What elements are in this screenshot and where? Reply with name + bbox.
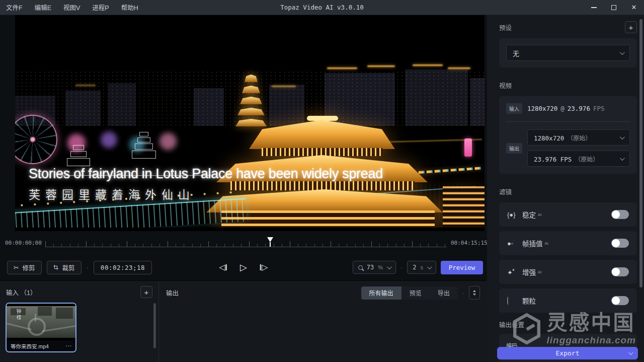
output-fps: 23.976 FPS [534,156,572,163]
video-preview[interactable]: Stories of fairyland in Lotus Palace hav… [15,15,485,231]
clip-more-button[interactable]: ⋯ [65,342,71,349]
timeline-ruler[interactable] [45,239,447,247]
input-badge: 输入 [506,103,522,114]
roofline-light [272,86,296,87]
main-area: Stories of fairyland in Lotus Palace hav… [0,15,487,362]
input-scrollbar[interactable] [153,303,156,348]
menu-edit[interactable]: 编辑E [35,3,51,12]
output-fps-suffix: （原始） [575,155,599,163]
menu-help[interactable]: 帮助H [121,3,138,12]
transport-controls: ◁ ▷ ▷ [219,263,268,272]
filter-name: 增强 [522,267,536,277]
playhead[interactable] [267,237,273,242]
letterbox-top [15,15,485,22]
stabilize-icon: {●} [507,211,522,219]
timecode-field[interactable]: 00:02:23;18 [94,261,152,274]
bottom-panels: 输入 （1） + 钟楼 [0,280,487,362]
trim-button[interactable]: ✂ 修剪 [7,261,42,274]
lineart-tower [129,132,159,159]
video-card: 输入 1280x720 @ 23.976 FPS 输出 1280x720 [499,96,637,174]
filter-row-stabilize[interactable]: {●} 稳定 AI [499,202,637,227]
ruler-major-ticks [45,241,447,247]
step-forward-icon: ▷ [262,263,268,271]
panel-size-stepper[interactable] [469,286,480,300]
sidebar-scrollbar[interactable] [639,19,642,287]
window-controls: ✕ [584,0,644,15]
settings-sidebar: 预设 + 无 视频 输入 1280x720 @ 23.976 FPS [487,15,644,362]
roundabout [28,318,46,336]
arrow-up-icon [473,290,476,292]
filter-row-grain[interactable]: 颗粒 [499,288,637,313]
toolbar-right-controls: 73 % · 2 s Preview [353,261,483,274]
letterbox-bottom [15,228,485,231]
roofline-light [413,64,443,66]
ai-tag: AI [545,241,549,246]
enhance-toggle[interactable] [611,267,629,276]
input-panel: 输入 （1） + 钟楼 [0,281,159,362]
roofline-light [75,85,96,86]
filter-name: 颗粒 [522,296,536,306]
lit-pavilion-right [443,186,485,228]
output-panel: 输出 所有输出 预览 导出 · [159,281,487,362]
close-icon: ✕ [631,4,637,11]
output-resolution-select[interactable]: 1280x720 （原始） [527,129,630,146]
scissors-icon: ✂ [14,264,19,271]
pink-boat [464,138,472,157]
output-tabs: 所有输出 预览 导出 [361,286,458,300]
input-fps: 23.976 [568,105,590,112]
ai-tag: AI [538,212,542,217]
ai-tag: AI [538,270,542,274]
tab-exports[interactable]: 导出 [430,286,458,300]
clip-name-bar: 等你来西安.mp4 ⋯ [7,340,75,351]
output-fps-select[interactable]: 23.976 FPS （原始） [527,151,630,167]
step-back-bar [226,264,227,270]
timeline-end-time: 00:04:15;15 [451,240,487,246]
add-preset-button[interactable]: + [625,21,637,33]
frame-interpolation-toggle[interactable] [611,239,629,248]
at-symbol: @ [560,105,565,112]
step-forward-button[interactable]: ▷ [260,263,268,271]
trim-label: 修剪 [22,263,35,272]
filter-row-enhance[interactable]: ✦✦ 增强 AI [499,260,637,284]
output-settings-label: 输出设置 [499,320,637,329]
menu-bar: 文件F 编辑E 视图V 进程P 帮助H [0,3,138,12]
menu-file[interactable]: 文件F [6,3,23,12]
preview-duration-select[interactable]: 2 s [407,261,436,274]
preview-button[interactable]: Preview [441,261,483,274]
duration-value: 2 [413,264,416,271]
title-bar: 文件F 编辑E 视图V 进程P 帮助H Topaz Video AI v3.0.… [0,0,644,15]
input-clip-card[interactable]: 钟楼 等你来西安.mp4 ⋯ [6,303,76,352]
maximize-button[interactable] [604,0,624,15]
export-button[interactable]: Export [497,347,638,359]
add-input-button[interactable]: + [140,286,152,298]
separator-dot: · [462,289,464,297]
minimize-button[interactable] [584,0,604,15]
menu-view[interactable]: 视图V [63,3,80,12]
grain-toggle[interactable] [611,296,629,305]
step-back-button[interactable]: ◁ [219,263,227,271]
zoom-unit: % [378,264,383,270]
chevron-down-icon [620,50,625,55]
tab-previews[interactable]: 预览 [401,286,430,300]
tab-all-outputs[interactable]: 所有输出 [361,286,401,300]
input-fps-unit: FPS [593,105,605,112]
menu-process[interactable]: 进程P [92,3,109,12]
preset-select[interactable]: 无 [506,45,630,61]
crop-label: 裁剪 [62,263,75,272]
crop-button[interactable]: 裁剪 [47,261,82,274]
close-button[interactable]: ✕ [624,0,644,15]
subtitle-overlay: Stories of fairyland in Lotus Palace hav… [29,166,383,202]
zoom-select[interactable]: 73 % [353,261,396,274]
chevron-down-icon [628,350,633,355]
maximize-icon [611,5,616,10]
stabilize-toggle[interactable] [611,210,629,219]
step-back-icon: ◁ [219,263,225,271]
separator-dot: · [400,264,403,271]
filter-row-frame-interpolation[interactable]: ●◦ 帧插值 AI [499,231,637,255]
sparkle-small: ✦ [512,268,515,272]
chevron-down-icon [620,156,625,161]
play-button[interactable]: ▷ [240,263,247,272]
output-resolution: 1280x720 [534,134,564,142]
divider [506,121,630,122]
output-badge: 输出 [506,143,522,154]
